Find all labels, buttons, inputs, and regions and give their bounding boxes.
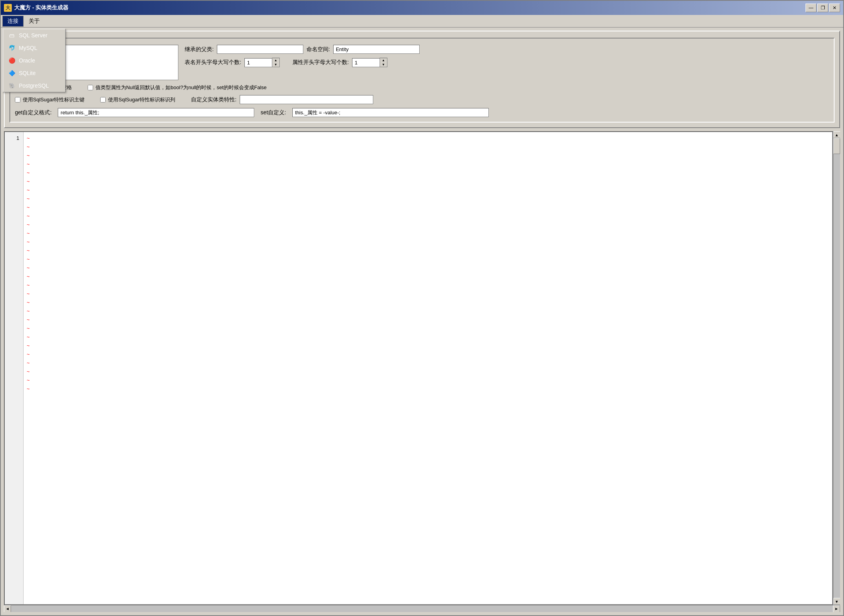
restore-button[interactable]: ❐ bbox=[817, 4, 828, 12]
inherit-parent-label: 继承的父类: bbox=[185, 46, 214, 53]
code-content[interactable]: ~ ~ ~ ~ ~ ~ ~ ~ ~ ~ ~ ~ ~ bbox=[24, 132, 832, 604]
tilde-5: ~ bbox=[27, 170, 30, 176]
top-right-fields: 继承的父类: 命名空间: 表名开头字母大写个数: ▲ bbox=[185, 45, 420, 67]
custom-entity-row: 自定义实体类特性: bbox=[191, 95, 373, 104]
main-panel: 设置 导入命名空间: 继承的父类: 命名空间: bbox=[4, 31, 840, 612]
line-numbers: 1 bbox=[5, 132, 24, 604]
set-define-label: set自定义: bbox=[261, 109, 286, 116]
mysql-item[interactable]: 🐬 MySQL bbox=[3, 42, 65, 54]
code-line-5: ~ bbox=[27, 168, 829, 177]
table-prefix-input[interactable] bbox=[244, 58, 272, 67]
code-line-29: ~ bbox=[27, 376, 829, 384]
h-scroll-track[interactable] bbox=[11, 605, 833, 612]
set-define-input[interactable] bbox=[292, 108, 489, 117]
vertical-scrollbar[interactable]: ▲ ▼ bbox=[833, 131, 840, 605]
tilde-27: ~ bbox=[27, 360, 30, 366]
scroll-up-button[interactable]: ▲ bbox=[833, 131, 840, 138]
code-line-3: ~ bbox=[27, 151, 829, 160]
code-line-13: ~ bbox=[27, 237, 829, 246]
table-prefix-spin[interactable]: ▲ ▼ bbox=[244, 58, 280, 67]
connection-dropdown: 🗃 SQL Server 🐬 MySQL 🔴 Oracle 🔷 SQLite 🐘 bbox=[3, 29, 66, 92]
code-line-11: ~ bbox=[27, 220, 829, 229]
tilde-23: ~ bbox=[27, 325, 30, 331]
mysql-icon: 🐬 bbox=[8, 44, 16, 52]
code-line-6: ~ bbox=[27, 177, 829, 185]
code-line-12: ~ bbox=[27, 229, 829, 237]
window-title: 大魔方 - 实体类生成器 bbox=[14, 4, 68, 11]
menu-connect[interactable]: 连接 🗃 SQL Server 🐬 MySQL 🔴 Oracle 🔷 SQLi bbox=[2, 16, 24, 27]
oracle-item[interactable]: 🔴 Oracle bbox=[3, 54, 65, 67]
code-line-20: ~ bbox=[27, 298, 829, 306]
property-prefix-input[interactable] bbox=[352, 58, 380, 67]
code-line-14: ~ bbox=[27, 246, 829, 255]
code-line-21: ~ bbox=[27, 306, 829, 315]
tilde-12: ~ bbox=[27, 230, 30, 236]
top-rows: 导入命名空间: 继承的父类: 命名空间: 表名开头字母大写个数: bbox=[15, 45, 829, 80]
scroll-left-button[interactable]: ◄ bbox=[4, 605, 11, 612]
tilde-24: ~ bbox=[27, 334, 30, 340]
null-default-checkbox[interactable] bbox=[88, 85, 93, 90]
get-format-label: get自定义格式: bbox=[15, 109, 51, 116]
namespace-input[interactable] bbox=[333, 45, 420, 54]
custom-entity-input[interactable] bbox=[240, 95, 373, 104]
code-line-26: ~ bbox=[27, 350, 829, 358]
code-line-7: ~ bbox=[27, 185, 829, 194]
postgresql-item[interactable]: 🐘 PostgreSQL bbox=[3, 79, 65, 92]
code-line-18: ~ bbox=[27, 280, 829, 289]
sqlite-item[interactable]: 🔷 SQLite bbox=[3, 67, 65, 79]
scroll-down-button[interactable]: ▼ bbox=[833, 598, 840, 605]
property-prefix-down[interactable]: ▼ bbox=[380, 62, 387, 67]
table-prefix-up[interactable]: ▲ bbox=[272, 58, 279, 62]
identity-label: 使用SqlSugar特性标识标识列 bbox=[108, 96, 175, 103]
menu-about[interactable]: 关于 bbox=[24, 16, 45, 27]
get-set-row: get自定义格式: set自定义: bbox=[15, 108, 829, 117]
custom-entity-label: 自定义实体类特性: bbox=[191, 96, 237, 103]
property-prefix-up[interactable]: ▲ bbox=[380, 58, 387, 62]
scroll-right-button[interactable]: ► bbox=[833, 605, 840, 612]
property-prefix-spin[interactable]: ▲ ▼ bbox=[352, 58, 387, 67]
code-line-27: ~ bbox=[27, 358, 829, 367]
code-line-24: ~ bbox=[27, 332, 829, 341]
close-button[interactable]: ✕ bbox=[829, 4, 840, 12]
scroll-thumb[interactable] bbox=[833, 138, 840, 154]
import-namespace-input[interactable] bbox=[53, 45, 178, 80]
tilde-17: ~ bbox=[27, 273, 30, 279]
identity-checkbox[interactable] bbox=[100, 97, 106, 103]
code-wrapper: 1 ~ ~ ~ ~ ~ ~ ~ ~ ~ ~ bbox=[4, 131, 840, 612]
code-line-22: ~ bbox=[27, 315, 829, 324]
code-line-1: ~ bbox=[27, 134, 829, 142]
inherit-parent-input[interactable] bbox=[217, 45, 303, 54]
tilde-26: ~ bbox=[27, 351, 30, 357]
settings-group: 设置 导入命名空间: 继承的父类: 命名空间: bbox=[4, 31, 840, 128]
horizontal-scrollbar[interactable]: ◄ ► bbox=[4, 605, 840, 612]
table-prefix-down[interactable]: ▼ bbox=[272, 62, 279, 67]
tilde-8: ~ bbox=[27, 196, 30, 202]
checkbox-row-1: String属性去首尾空格 值类型属性为Null返回默认值，如bool?为nul… bbox=[15, 84, 829, 91]
code-line-19: ~ bbox=[27, 289, 829, 298]
sqlserver-item[interactable]: 🗃 SQL Server bbox=[3, 29, 65, 42]
minimize-button[interactable]: — bbox=[805, 4, 816, 12]
window-controls: — ❐ ✕ bbox=[805, 4, 840, 12]
app-icon: 大 bbox=[4, 4, 12, 12]
tilde-4: ~ bbox=[27, 161, 30, 167]
scroll-track[interactable] bbox=[833, 138, 840, 598]
postgresql-icon: 🐘 bbox=[8, 82, 16, 90]
code-line-15: ~ bbox=[27, 255, 829, 263]
prefix-row: 表名开头字母大写个数: ▲ ▼ 属性开头字母大写个数: bbox=[185, 58, 420, 67]
tilde-29: ~ bbox=[27, 377, 30, 383]
tilde-3: ~ bbox=[27, 152, 30, 158]
title-bar: 大 大魔方 - 实体类生成器 — ❐ ✕ bbox=[1, 1, 843, 15]
namespace-label: 命名空间: bbox=[306, 46, 330, 53]
null-default-label: 值类型属性为Null返回默认值，如bool?为null的时候，set的时候会变成… bbox=[95, 84, 267, 91]
tilde-19: ~ bbox=[27, 291, 30, 297]
primary-key-checkbox[interactable] bbox=[15, 97, 20, 103]
line-num-1: 1 bbox=[6, 134, 22, 142]
code-area[interactable]: 1 ~ ~ ~ ~ ~ ~ ~ ~ ~ ~ bbox=[4, 131, 833, 605]
tilde-30: ~ bbox=[27, 386, 30, 392]
code-line-16: ~ bbox=[27, 263, 829, 272]
get-format-input[interactable] bbox=[58, 108, 254, 117]
tilde-22: ~ bbox=[27, 317, 30, 323]
tilde-18: ~ bbox=[27, 282, 30, 288]
tilde-15: ~ bbox=[27, 256, 30, 262]
code-line-4: ~ bbox=[27, 160, 829, 168]
